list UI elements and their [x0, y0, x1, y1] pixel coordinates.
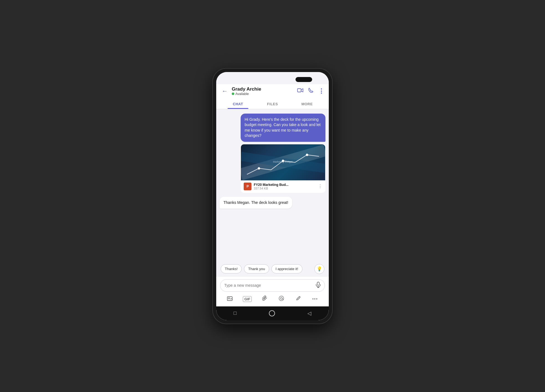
photo-icon[interactable]	[226, 295, 234, 303]
tabs: CHAT FILES MORE	[221, 99, 324, 109]
phone-screen: ← Grady Archie Available	[216, 72, 329, 320]
file-menu-button[interactable]: ⋮	[318, 184, 322, 189]
status-dot	[232, 93, 234, 95]
ppt-icon: P	[244, 183, 251, 190]
smart-reply-thanks[interactable]: Thanks!	[221, 264, 242, 273]
file-preview: Marketing Budget	[241, 144, 325, 180]
sent-message-text: Hi Grady. Here's the deck for the upcomi…	[245, 117, 320, 138]
sent-message: Hi Grady. Here's the deck for the upcomi…	[241, 114, 325, 193]
gif-icon[interactable]: GIF	[243, 296, 252, 302]
file-details: FY20 Marketing Bud... 337.54 KB	[254, 183, 316, 190]
more-options-icon[interactable]: ⋮	[318, 88, 324, 94]
lightbulb-button[interactable]: 💡	[314, 264, 324, 274]
status-text: Available	[235, 92, 249, 96]
chat-area: Hi Grady. Here's the deck for the upcomi…	[216, 109, 329, 262]
smart-reply-thank-you[interactable]: Thank you	[244, 264, 269, 273]
smart-replies-wrapper: Thanks! Thank you I appreciate it! 💡	[216, 262, 329, 276]
tab-files[interactable]: FILES	[255, 99, 290, 109]
file-name: FY20 Marketing Bud...	[254, 183, 316, 187]
svg-point-10	[228, 298, 230, 299]
contact-status: Available	[232, 92, 297, 96]
svg-point-12	[281, 297, 282, 299]
header-top: ← Grady Archie Available	[221, 86, 324, 99]
nav-back-button[interactable]: ◁	[305, 308, 314, 319]
received-bubble: Thanks Megan. The deck looks great!	[220, 197, 292, 209]
camera-notch	[296, 77, 312, 82]
phone-frame: ← Grady Archie Available	[213, 69, 332, 324]
sent-bubble: Hi Grady. Here's the deck for the upcomi…	[241, 114, 325, 142]
back-button[interactable]: ←	[221, 86, 229, 96]
file-attachment[interactable]: Marketing Budget P FY20 Marketing Bud...…	[241, 144, 325, 193]
received-message-text: Thanks Megan. The deck looks great!	[223, 200, 288, 205]
video-call-icon[interactable]	[297, 88, 303, 94]
nav-home-button[interactable]	[269, 310, 275, 316]
smart-replies: Thanks! Thank you I appreciate it! 💡	[220, 264, 325, 274]
phone-call-icon[interactable]	[308, 88, 313, 94]
contact-info: Grady Archie Available	[232, 86, 297, 96]
tab-more[interactable]: MORE	[290, 99, 324, 109]
more-toolbar-icon[interactable]: •••	[311, 296, 319, 302]
svg-rect-6	[317, 282, 319, 285]
tab-chat[interactable]: CHAT	[221, 99, 255, 109]
svg-point-3	[258, 167, 260, 170]
received-message: Thanks Megan. The deck looks great!	[220, 197, 292, 209]
chart-label: Marketing Budget	[273, 160, 293, 163]
svg-point-5	[306, 153, 309, 156]
header: ← Grady Archie Available	[216, 84, 329, 109]
header-icons: ⋮	[297, 88, 324, 94]
attach-icon[interactable]	[261, 294, 268, 304]
contact-name: Grady Archie	[232, 86, 297, 92]
nav-square-button[interactable]: □	[231, 308, 239, 318]
message-input-row	[220, 279, 325, 292]
mic-button[interactable]	[316, 282, 321, 289]
toolbar-icons: GIF •••	[220, 294, 325, 304]
svg-rect-0	[297, 89, 301, 92]
message-input[interactable]	[224, 283, 316, 288]
input-area: GIF •••	[216, 276, 329, 306]
svg-point-11	[279, 296, 284, 301]
status-bar	[216, 72, 329, 84]
bottom-nav: □ ◁	[216, 306, 329, 320]
file-info: P FY20 Marketing Bud... 337.54 KB ⋮	[241, 180, 325, 193]
smart-reply-appreciate[interactable]: I appreciate it!	[271, 264, 302, 273]
file-size: 337.54 KB	[254, 187, 316, 190]
mention-icon[interactable]	[277, 294, 285, 304]
pen-icon[interactable]	[295, 295, 302, 303]
